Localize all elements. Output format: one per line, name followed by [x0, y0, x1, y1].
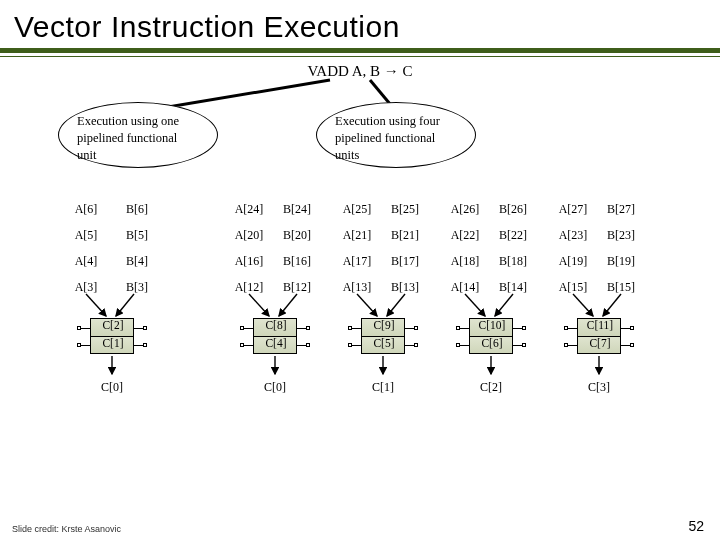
- svg-line-1: [370, 80, 390, 104]
- svg-line-6: [279, 294, 297, 316]
- b-cell: B[23]: [597, 228, 645, 243]
- a-cell: A[16]: [225, 254, 273, 269]
- a-cell: A[23]: [549, 228, 597, 243]
- left-out-arrow: [84, 356, 140, 380]
- b-cell: B[14]: [489, 280, 537, 295]
- r1-row2: A[17]B[17]: [333, 254, 429, 269]
- bubble-four-pipe: Execution using four pipelined functiona…: [316, 102, 476, 168]
- a-cell: A[25]: [333, 202, 381, 217]
- b-cell: B[4]: [113, 254, 161, 269]
- r0-out: C[0]: [247, 380, 303, 395]
- a-cell: A[24]: [225, 202, 273, 217]
- slide-title: Vector Instruction Execution: [0, 0, 720, 48]
- a-cell: A[21]: [333, 228, 381, 243]
- b-cell: B[20]: [273, 228, 321, 243]
- b-cell: B[17]: [381, 254, 429, 269]
- a-cell: A[4]: [62, 254, 110, 269]
- b-cell: B[5]: [113, 228, 161, 243]
- stage-label: C[5]: [362, 337, 406, 349]
- b-cell: B[26]: [489, 202, 537, 217]
- r0-row3: A[12]B[12]: [225, 280, 321, 295]
- stage-label: C[7]: [578, 337, 622, 349]
- r3-row0: A[27]B[27]: [549, 202, 645, 217]
- pipe-stage: C[8]: [253, 318, 297, 336]
- r0-row1: A[20]B[20]: [225, 228, 321, 243]
- b-cell: B[25]: [381, 202, 429, 217]
- bubble-single-pipe: Execution using one pipelined functional…: [58, 102, 218, 168]
- r2-row2: A[18]B[18]: [441, 254, 537, 269]
- r1-in-arrows: [333, 294, 443, 320]
- pipeline-1: C[9] C[5]: [355, 318, 411, 354]
- b-cell: B[15]: [597, 280, 645, 295]
- pipeline-single: C[2] C[1]: [84, 318, 140, 354]
- r2-row0: A[26]B[26]: [441, 202, 537, 217]
- left-row-0: A[6] B[6]: [62, 202, 161, 217]
- r3-out: C[3]: [571, 380, 627, 395]
- svg-line-14: [573, 294, 593, 316]
- a-cell: A[13]: [333, 280, 381, 295]
- svg-line-9: [387, 294, 405, 316]
- b-cell: B[16]: [273, 254, 321, 269]
- r2-out-arrow: [463, 356, 519, 380]
- pipeline-3: C[11] C[7]: [571, 318, 627, 354]
- r3-out-arrow: [571, 356, 627, 380]
- rule-thick: [0, 48, 720, 53]
- b-cell: B[13]: [381, 280, 429, 295]
- r2-row3: A[14]B[14]: [441, 280, 537, 295]
- svg-line-12: [495, 294, 513, 316]
- b-cell: B[6]: [113, 202, 161, 217]
- b-cell: B[22]: [489, 228, 537, 243]
- a-cell: A[19]: [549, 254, 597, 269]
- stage-label: C[10]: [470, 319, 514, 331]
- r1-out-arrow: [355, 356, 411, 380]
- pipe-stage: C[2]: [90, 318, 134, 336]
- svg-line-2: [86, 294, 106, 316]
- pipe-stage: C[5]: [361, 336, 405, 354]
- instruction-text: VADD A, B → C: [0, 63, 720, 80]
- b-cell: B[3]: [113, 280, 161, 295]
- b-cell: B[18]: [489, 254, 537, 269]
- svg-line-15: [603, 294, 621, 316]
- pipe-stage: C[11]: [577, 318, 621, 336]
- svg-line-11: [465, 294, 485, 316]
- pipe-stage: C[7]: [577, 336, 621, 354]
- left-row-2: A[4] B[4]: [62, 254, 161, 269]
- r2-in-arrows: [441, 294, 551, 320]
- r1-row3: A[13]B[13]: [333, 280, 429, 295]
- stage-label: C[9]: [362, 319, 406, 331]
- r3-row1: A[23]B[23]: [549, 228, 645, 243]
- r0-in-arrows: [225, 294, 335, 320]
- r0-row2: A[16]B[16]: [225, 254, 321, 269]
- pipe-stage: C[10]: [469, 318, 513, 336]
- stage-label: C[6]: [470, 337, 514, 349]
- a-cell: A[18]: [441, 254, 489, 269]
- a-cell: A[5]: [62, 228, 110, 243]
- svg-line-3: [116, 294, 134, 316]
- b-cell: B[27]: [597, 202, 645, 217]
- r3-row2: A[19]B[19]: [549, 254, 645, 269]
- rule-thin: [0, 56, 720, 57]
- b-cell: B[24]: [273, 202, 321, 217]
- svg-line-8: [357, 294, 377, 316]
- b-cell: B[19]: [597, 254, 645, 269]
- a-cell: A[12]: [225, 280, 273, 295]
- pipe-stage: C[4]: [253, 336, 297, 354]
- slide-credit: Slide credit: Krste Asanovic: [12, 524, 121, 534]
- a-cell: A[15]: [549, 280, 597, 295]
- r1-row1: A[21]B[21]: [333, 228, 429, 243]
- r3-in-arrows: [549, 294, 659, 320]
- r3-row3: A[15]B[15]: [549, 280, 645, 295]
- b-cell: B[21]: [381, 228, 429, 243]
- stage-label: C[11]: [578, 319, 622, 331]
- left-row-3: A[3] B[3]: [62, 280, 161, 295]
- svg-line-5: [249, 294, 269, 316]
- pipe-stage: C[6]: [469, 336, 513, 354]
- b-cell: B[12]: [273, 280, 321, 295]
- diagram-canvas: Execution using one pipelined functional…: [0, 80, 720, 510]
- r2-out: C[2]: [463, 380, 519, 395]
- a-cell: A[22]: [441, 228, 489, 243]
- r1-row0: A[25]B[25]: [333, 202, 429, 217]
- pipe-stage: C[1]: [90, 336, 134, 354]
- a-cell: A[3]: [62, 280, 110, 295]
- r0-row0: A[24]B[24]: [225, 202, 321, 217]
